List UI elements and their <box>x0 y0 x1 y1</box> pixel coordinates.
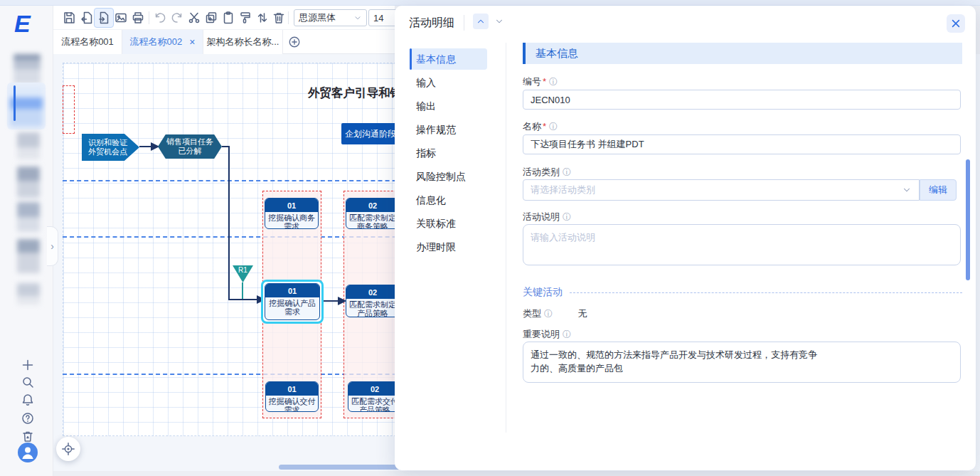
description-label: 活动说明ⓘ <box>523 211 571 223</box>
nav-item-input[interactable]: 输入 <box>416 75 436 90</box>
info-icon: ⓘ <box>563 167 571 177</box>
locate-button[interactable] <box>56 437 80 461</box>
tab-label: 流程名称002 <box>130 36 183 48</box>
copy-icon[interactable] <box>204 11 218 25</box>
activity-box[interactable]: 01 挖掘确认交付需求 <box>265 381 319 412</box>
info-icon: ⓘ <box>563 212 571 222</box>
sync-icon[interactable] <box>255 11 270 25</box>
description-textarea[interactable] <box>523 224 961 265</box>
sidebar-item-blurred[interactable] <box>17 283 40 305</box>
tab-architecture[interactable]: 架构名称长名称... <box>203 30 283 54</box>
close-icon <box>950 18 962 29</box>
export-image-icon[interactable] <box>114 11 128 25</box>
label-text: 名称 <box>523 121 541 132</box>
note-textarea[interactable]: 通过一致的、规范的方法来指导产品开发与技术研发过程，支持有竞争 力的、高质量的产… <box>523 342 961 383</box>
search-icon[interactable] <box>21 375 35 389</box>
activity-num: 02 <box>348 382 401 396</box>
recycle-bin-icon[interactable] <box>21 429 35 443</box>
toolbar-separator <box>288 11 289 24</box>
nav-item-basic-info[interactable]: 基本信息 <box>416 52 456 66</box>
number-input[interactable] <box>523 90 961 110</box>
nav-item-time-limit[interactable]: 办理时限 <box>416 240 456 254</box>
activity-num: 02 <box>346 285 399 299</box>
label-text: 活动说明 <box>523 211 560 222</box>
cut-icon[interactable] <box>187 11 201 25</box>
required-mark: * <box>543 76 546 87</box>
nav-item-informatization[interactable]: 信息化 <box>416 193 446 207</box>
activity-num: 01 <box>265 199 318 212</box>
next-activity-button[interactable] <box>491 14 507 29</box>
category-edit-button[interactable]: 编辑 <box>920 179 957 201</box>
category-placeholder: 请选择活动类别 <box>531 184 595 196</box>
activity-detail-panel: 活动明细 基本信息 输入 输出 操作规范 指标 风险控制点 信息化 关联标准 办… <box>395 6 976 470</box>
import-file-icon[interactable] <box>80 11 94 25</box>
add-icon[interactable] <box>21 358 35 372</box>
activity-box-selected[interactable]: 01 挖掘确认产品需求 <box>265 283 320 320</box>
save-icon[interactable] <box>62 11 76 25</box>
nav-item-risk-control[interactable]: 风险控制点 <box>416 169 466 184</box>
sidebar-item-blurred[interactable] <box>17 239 40 273</box>
section-header-bar <box>523 43 526 64</box>
undo-icon[interactable] <box>153 11 167 25</box>
tab-bar: 流程名称001 流程名称002 × 架构名称长名称... <box>53 30 395 54</box>
prev-activity-button[interactable] <box>473 14 489 29</box>
section-header-bg <box>523 43 962 64</box>
flow-event-hexagon[interactable]: 销售项目任务已分解 <box>158 134 222 159</box>
label-text: 活动类别 <box>523 166 560 177</box>
tab-process-001[interactable]: 流程名称001 <box>53 30 122 54</box>
stage-box[interactable]: 企划沟通阶段 <box>341 123 400 144</box>
print-icon[interactable] <box>131 11 145 25</box>
chevron-down-icon <box>902 185 912 195</box>
sidebar-item-blurred[interactable] <box>17 132 40 159</box>
chevron-down-icon <box>353 14 362 22</box>
chevron-right-icon: › <box>50 240 54 252</box>
sidebar-item-blurred[interactable] <box>17 202 40 232</box>
sidebar-active-indicator <box>14 85 16 121</box>
hexagon-label: 识别和验证外贸机会点 <box>87 138 128 157</box>
info-icon: ⓘ <box>544 309 553 319</box>
info-icon: ⓘ <box>549 77 558 87</box>
name-label: 名称*ⓘ <box>523 120 558 133</box>
type-value: 无 <box>578 308 587 319</box>
activity-box[interactable]: 02 匹配需求制定产品策略 <box>346 285 400 317</box>
name-input[interactable] <box>523 134 961 154</box>
activity-box[interactable]: 01 挖掘确认商务需求 <box>265 198 319 229</box>
tab-close-icon[interactable]: × <box>189 36 195 48</box>
sidebar-item-blurred[interactable] <box>17 166 40 198</box>
bell-icon[interactable] <box>21 393 35 407</box>
format-brush-icon[interactable] <box>238 11 252 25</box>
sidebar-item-blurred[interactable] <box>14 54 41 84</box>
delete-icon[interactable] <box>272 11 286 25</box>
panel-scrollbar[interactable] <box>966 159 970 280</box>
tab-process-002-active[interactable]: 流程名称002 × <box>122 30 203 54</box>
sidebar-collapse-handle[interactable]: › <box>47 226 58 266</box>
nav-item-indicator[interactable]: 指标 <box>416 146 436 160</box>
tab-label: 流程名称001 <box>61 36 114 48</box>
panel-title: 活动明细 <box>409 16 454 31</box>
category-label: 活动类别ⓘ <box>523 166 571 179</box>
nav-item-related-standard[interactable]: 关联标准 <box>416 216 456 231</box>
activity-label: 挖掘确认商务需求 <box>265 212 318 229</box>
category-select[interactable]: 请选择活动类别 <box>523 179 920 201</box>
redo-icon[interactable] <box>170 11 184 25</box>
tab-label: 架构名称长名称... <box>207 36 279 48</box>
close-panel-button[interactable] <box>947 14 965 33</box>
label-text: 编号 <box>523 76 541 87</box>
required-mark: * <box>543 121 546 132</box>
user-avatar[interactable] <box>18 443 38 462</box>
chevron-up-icon <box>476 16 486 26</box>
type-row: 类型ⓘ 无 <box>523 307 587 320</box>
add-tab-icon[interactable] <box>288 36 301 48</box>
help-icon[interactable] <box>21 411 35 425</box>
toolbar: 思源黑体 14 <box>53 6 395 30</box>
paste-icon[interactable] <box>221 11 235 25</box>
note-label: 重要说明ⓘ <box>523 328 571 341</box>
nav-item-operation-spec[interactable]: 操作规范 <box>416 122 456 137</box>
activity-num: 01 <box>266 382 318 396</box>
export-file-icon[interactable] <box>97 11 111 25</box>
activity-box[interactable]: 02 匹配需求交付产品策略 <box>348 381 402 412</box>
activity-label: 匹配需求制定商务策略 <box>346 212 399 229</box>
activity-box[interactable]: 02 匹配需求制定商务策略 <box>346 198 400 229</box>
nav-item-output[interactable]: 输出 <box>416 99 436 113</box>
font-family-select[interactable]: 思源黑体 <box>294 9 367 26</box>
